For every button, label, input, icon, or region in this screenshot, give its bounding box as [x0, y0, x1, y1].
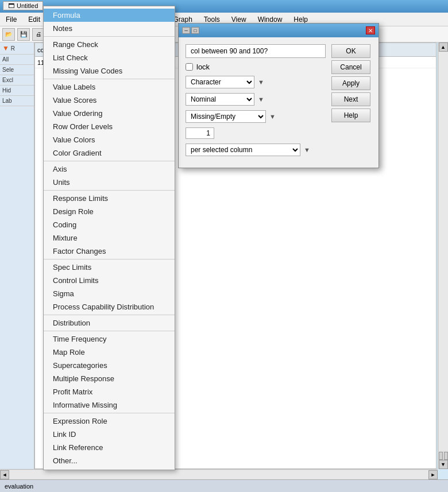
missing-select[interactable]: Missing/Empty	[186, 110, 266, 123]
menu-item-expression-role[interactable]: Expression Role	[44, 414, 175, 428]
toolbar-btn-2[interactable]: 💾	[17, 28, 30, 41]
scroll-up-button[interactable]: ▲	[439, 42, 448, 52]
menu-item-time-frequency[interactable]: Time Frequency	[44, 332, 175, 346]
menu-item-missing-value-codes[interactable]: Missing Value Codes	[44, 64, 175, 78]
dialog-lock-row: lock	[186, 63, 326, 71]
menu-item-value-colors[interactable]: Value Colors	[44, 133, 175, 146]
menu-item-range-check[interactable]: Range Check	[44, 38, 175, 51]
menu-item-value-scores[interactable]: Value Scores	[44, 94, 175, 107]
left-panel-item-sele[interactable]: Sele	[0, 65, 34, 75]
menu-item-link-reference[interactable]: Link Reference	[44, 441, 175, 454]
menu-section-9: Expression Role Link ID Link Reference O…	[44, 413, 175, 468]
window-tab-label: Untitled	[17, 2, 38, 9]
number-input[interactable]	[186, 127, 214, 139]
dialog-title-controls: ─ □	[182, 27, 199, 34]
scroll-view-btn-1[interactable]	[439, 452, 443, 460]
main-window: 🗖 Untitled ─ □ ✕ File Edit Tables Rows C…	[0, 0, 448, 492]
menu-section-3: Value Labels Value Scores Value Ordering…	[44, 79, 175, 161]
dialog-column-row: per selected column ▼	[186, 144, 326, 156]
window-tab[interactable]: 🗖 Untitled	[3, 1, 43, 10]
missing-dropdown-arrow: ▼	[269, 113, 276, 120]
menu-item-mixture[interactable]: Mixture	[44, 231, 175, 245]
scroll-view-btn-2[interactable]	[444, 452, 448, 460]
menu-section-2: Range Check List Check Missing Value Cod…	[44, 37, 175, 79]
menu-item-coding[interactable]: Coding	[44, 218, 175, 231]
menu-item-spec-limits[interactable]: Spec Limits	[44, 261, 175, 274]
menu-section-5: Response Limits Design Role Coding Mixtu…	[44, 191, 175, 259]
menu-item-axis[interactable]: Axis	[44, 162, 175, 176]
dialog-restore-button[interactable]: □	[191, 27, 199, 34]
menu-section-1: Formula Notes	[44, 7, 175, 37]
left-panel-item-excl[interactable]: Excl	[0, 75, 34, 86]
dialog-number-row	[186, 127, 326, 139]
scroll-right-button[interactable]: ►	[428, 470, 438, 479]
menu-section-6: Spec Limits Control Limits Sigma Process…	[44, 259, 175, 315]
status-text: evaluation	[5, 483, 33, 490]
dialog-question-text: col between 90 and 100?	[186, 44, 326, 58]
column-select[interactable]: per selected column	[186, 144, 300, 156]
left-panel-item-all[interactable]: All	[0, 55, 34, 65]
col-dropdown-arrow: ▼	[304, 146, 310, 153]
menu-item-control-limits[interactable]: Control Limits	[44, 274, 175, 287]
toolbar-btn-1[interactable]: 📂	[2, 28, 15, 41]
menu-item-value-ordering[interactable]: Value Ordering	[44, 107, 175, 120]
triangle-icon-r: ▼	[2, 44, 9, 52]
menu-item-row-order-levels[interactable]: Row Order Levels	[44, 120, 175, 133]
dialog-question-row: col between 90 and 100?	[186, 44, 326, 58]
dialog-character-row: Character ▼	[186, 76, 326, 88]
dialog-content: col between 90 and 100? lock Character ▼	[179, 37, 379, 168]
scrollbar-bottom: ◄ ►	[0, 469, 438, 479]
menu-item-design-role[interactable]: Design Role	[44, 205, 175, 218]
menu-section-7: Distribution	[44, 315, 175, 331]
menu-section-8: Time Frequency Map Role Supercategories …	[44, 331, 175, 413]
menu-item-units[interactable]: Units	[44, 176, 175, 189]
character-dropdown-arrow: ▼	[258, 79, 264, 86]
menu-item-notes[interactable]: Notes	[44, 22, 175, 35]
dialog-close-button[interactable]: ✕	[366, 26, 375, 34]
menu-item-link-id[interactable]: Link ID	[44, 428, 175, 441]
lock-label: lock	[196, 63, 210, 71]
status-bar: evaluation	[0, 479, 448, 492]
context-menu: Formula Notes Range Check List Check Mis…	[43, 6, 175, 470]
ok-button[interactable]: OK	[331, 44, 370, 58]
menu-item-color-gradient[interactable]: Color Gradient	[44, 146, 175, 160]
scroll-track-right[interactable]	[439, 52, 448, 451]
scrollbar-right: ▲ ▼	[438, 42, 448, 469]
menu-item-formula[interactable]: Formula	[44, 9, 175, 22]
left-panel-item-lab[interactable]: Lab	[0, 96, 34, 106]
dialog-title-bar: ─ □ ✕	[179, 24, 379, 37]
menu-item-value-labels[interactable]: Value Labels	[44, 80, 175, 94]
menu-item-process-capability[interactable]: Process Capability Distribution	[44, 300, 175, 313]
dialog-buttons: OK Cancel Apply Next Help	[331, 44, 372, 161]
menu-item-list-check[interactable]: List Check	[44, 51, 175, 64]
nominal-select[interactable]: Nominal	[186, 93, 254, 106]
dialog-missing-row: Missing/Empty ▼	[186, 110, 326, 123]
menu-item-response-limits[interactable]: Response Limits	[44, 192, 175, 205]
menu-item-informative-missing[interactable]: Informative Missing	[44, 398, 175, 412]
dialog-box: ─ □ ✕ col between 90 and 100? lock	[178, 23, 379, 168]
scroll-down-button[interactable]: ▼	[439, 460, 448, 469]
help-button[interactable]: Help	[331, 109, 370, 122]
menu-file[interactable]: File	[2, 14, 20, 25]
scroll-track-bottom[interactable]	[9, 470, 428, 479]
lock-checkbox[interactable]	[186, 63, 193, 71]
character-select[interactable]: Character	[186, 76, 254, 88]
menu-item-other[interactable]: Other...	[44, 454, 175, 467]
menu-item-supercategories[interactable]: Supercategories	[44, 359, 175, 372]
menu-item-multiple-response[interactable]: Multiple Response	[44, 372, 175, 385]
menu-item-factor-changes[interactable]: Factor Changes	[44, 245, 175, 258]
next-button[interactable]: Next	[331, 92, 370, 106]
menu-item-profit-matrix[interactable]: Profit Matrix	[44, 385, 175, 398]
scroll-left-button[interactable]: ◄	[0, 470, 9, 479]
menu-item-sigma[interactable]: Sigma	[44, 287, 175, 300]
left-panel: ▼ R All Sele Excl Hid Lab	[0, 42, 34, 469]
window-icon: 🗖	[8, 2, 14, 9]
menu-edit[interactable]: Edit	[25, 14, 44, 25]
left-panel-item-hid[interactable]: Hid	[0, 86, 34, 96]
cancel-button[interactable]: Cancel	[331, 60, 370, 74]
menu-item-map-role[interactable]: Map Role	[44, 346, 175, 359]
menu-item-distribution[interactable]: Distribution	[44, 316, 175, 330]
left-panel-item-r[interactable]: ▼ R	[0, 42, 34, 55]
dialog-minimize-button[interactable]: ─	[182, 27, 190, 34]
apply-button[interactable]: Apply	[331, 76, 370, 90]
